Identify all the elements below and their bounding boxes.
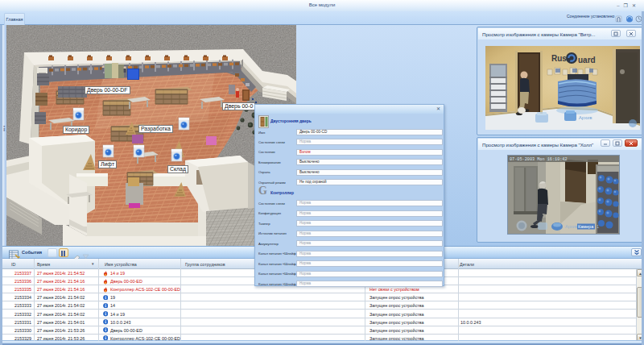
svg-text:Архив: Архив xyxy=(565,224,577,229)
svg-text:07-05-2003 Mon 16:10:42: 07-05-2003 Mon 16:10:42 xyxy=(510,157,568,162)
svg-text:1: 1 xyxy=(597,224,599,229)
svg-text:Архив: Архив xyxy=(579,115,592,120)
svg-text:G: G xyxy=(258,185,267,196)
svg-text:uard: uard xyxy=(578,56,596,64)
svg-text:Rus: Rus xyxy=(551,54,567,63)
svg-text:Камера: Камера xyxy=(578,224,594,229)
